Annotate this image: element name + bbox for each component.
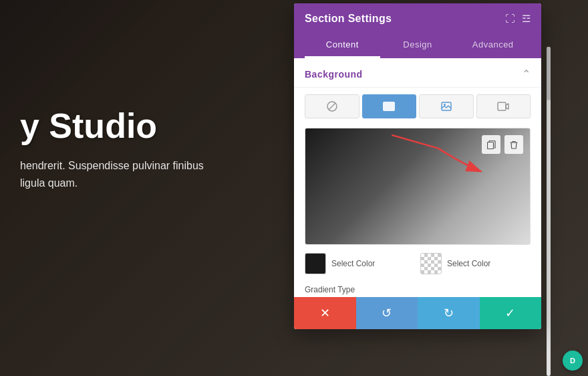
panel-title: Section Settings <box>305 13 392 25</box>
color-swatch-1[interactable] <box>305 253 326 274</box>
confirm-button[interactable]: ✓ <box>480 297 542 329</box>
cancel-button[interactable]: ✕ <box>294 297 356 329</box>
svg-point-3 <box>444 104 446 106</box>
delete-gradient-button[interactable] <box>504 135 523 154</box>
divi-logo[interactable]: D <box>563 351 583 371</box>
color-swatch-2[interactable] <box>420 253 442 274</box>
background-section-header: Background ⌃ <box>294 58 541 88</box>
background-section-title: Background <box>305 69 363 80</box>
panel-header-icons: ⛶ ☲ <box>505 13 531 25</box>
svg-rect-4 <box>498 102 506 110</box>
duplicate-gradient-button[interactable] <box>482 135 500 154</box>
page-heading: y Studio <box>20 107 220 145</box>
svg-rect-1 <box>383 102 395 111</box>
gradient-action-buttons <box>482 135 523 154</box>
left-content-area: y Studio hendrerit. Suspendisse pulvinar… <box>20 107 220 191</box>
undo-button[interactable]: ↺ <box>356 297 418 329</box>
expand-icon[interactable]: ⛶ <box>505 13 515 25</box>
action-bar: ✕ ↺ ↻ ✓ <box>294 297 541 329</box>
panel-title-row: Section Settings ⛶ ☲ <box>305 13 531 25</box>
collapse-icon[interactable]: ⌃ <box>522 68 531 80</box>
scrollbar-thumb[interactable] <box>547 47 551 100</box>
tabs-row: Content Design Advanced <box>305 33 531 58</box>
color-selector-1: Select Color <box>305 253 415 274</box>
color-selectors-row: Select Color Select Color <box>294 253 541 281</box>
bg-type-none-button[interactable] <box>305 94 359 118</box>
gradient-preview-container <box>305 128 531 245</box>
gradient-type-label: Gradient Type <box>294 281 541 297</box>
color-selector-2: Select Color <box>420 253 531 274</box>
bg-type-row <box>294 88 541 125</box>
bg-type-color-button[interactable] <box>362 94 417 118</box>
redo-button[interactable]: ↻ <box>418 297 480 329</box>
select-color-2-button[interactable]: Select Color <box>447 259 490 268</box>
panel-header: Section Settings ⛶ ☲ Content Design Adva… <box>294 3 541 58</box>
bg-type-video-button[interactable] <box>476 94 531 118</box>
bg-type-image-button[interactable] <box>419 94 474 118</box>
tab-content[interactable]: Content <box>305 33 380 58</box>
section-settings-panel: Section Settings ⛶ ☲ Content Design Adva… <box>294 3 541 329</box>
tab-advanced[interactable]: Advanced <box>455 33 531 58</box>
sidebar-icon[interactable]: ☲ <box>522 13 531 25</box>
select-color-1-button[interactable]: Select Color <box>331 259 375 268</box>
svg-rect-5 <box>487 142 493 149</box>
tab-design[interactable]: Design <box>380 33 456 58</box>
panel-body: Background ⌃ <box>294 58 541 329</box>
scrollbar-track[interactable] <box>547 47 551 376</box>
page-description: hendrerit. Suspendisse pulvinar finibus … <box>20 157 220 191</box>
